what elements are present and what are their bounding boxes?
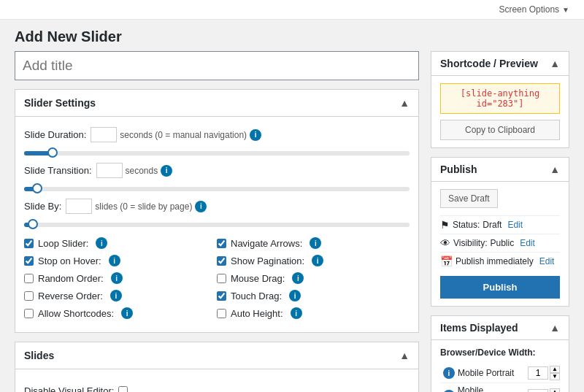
slides-panel: Slides ▲ Disable Visual Editor: SLIDE 1 …	[15, 342, 419, 392]
device-value-input-0[interactable]	[528, 366, 548, 380]
auto-height-checkbox[interactable]	[217, 309, 226, 318]
mouse-drag-info-icon[interactable]: i	[292, 272, 304, 284]
screen-options-button[interactable]: Screen Options	[499, 4, 569, 15]
publish-collapse-icon: ▲	[550, 164, 560, 175]
disable-visual-editor-label: Disable Visual Editor:	[24, 385, 114, 392]
visibility-edit-link[interactable]: Edit	[520, 238, 535, 248]
device-stepper-0: ▲ ▼	[528, 366, 560, 380]
publish-actions: Save Draft	[440, 189, 560, 208]
navigate-arrows-info-icon[interactable]: i	[310, 237, 321, 249]
publish-time-edit-link[interactable]: Edit	[539, 256, 555, 266]
slide-by-info-icon[interactable]: i	[195, 201, 207, 212]
mouse-drag-row: Mouse Drag: i	[217, 269, 410, 287]
loop-slider-checkbox[interactable]	[24, 239, 34, 248]
items-displayed-header[interactable]: Items Displayed ▲	[431, 316, 569, 340]
slider-settings-body: Slide Duration: 5 seconds (0 = manual na…	[15, 117, 418, 332]
slide-duration-thumb[interactable]	[47, 147, 58, 158]
slide-by-input[interactable]: 1	[66, 199, 92, 214]
slide-by-thumb[interactable]	[28, 219, 38, 229]
slide-transition-label: Slide Transition:	[24, 165, 92, 176]
flag-icon: ⚑	[440, 219, 450, 231]
slide-duration-input[interactable]: 5	[91, 127, 117, 142]
slides-panel-body: Disable Visual Editor: SLIDE 1 #_slide01…	[15, 369, 418, 392]
reverse-order-info-icon[interactable]: i	[110, 290, 122, 301]
navigate-arrows-checkbox[interactable]	[217, 239, 226, 248]
touch-drag-row: Touch Drag: i	[217, 287, 410, 304]
slide-duration-hint: seconds (0 = manual navigation)	[120, 130, 247, 140]
device-info-0: i Mobile Portrait	[440, 367, 514, 379]
status-label: Status:	[453, 220, 480, 230]
device-name-1: Mobile Landscape	[458, 385, 528, 392]
mouse-drag-checkbox[interactable]	[217, 274, 226, 283]
publish-panel: Publish ▲ Save Draft ⚑ Status: Draft Edi…	[431, 157, 569, 307]
loop-slider-info-icon[interactable]: i	[96, 237, 107, 249]
checkboxes-grid: Loop Slider: i Stop on Hover: i Random O…	[24, 234, 410, 322]
stepper-btns-1: ▲ ▼	[550, 388, 560, 392]
slider-settings-header[interactable]: Slider Settings ▲	[15, 90, 418, 117]
items-displayed-panel: Items Displayed ▲ Browser/Device Width: …	[431, 315, 569, 392]
slide-transition-track	[24, 187, 410, 191]
slider-settings-panel: Slider Settings ▲ Slide Duration: 5 seco…	[15, 89, 419, 333]
post-title-input[interactable]	[15, 51, 419, 80]
slide-by-track	[24, 223, 410, 227]
show-pagination-info-icon[interactable]: i	[312, 255, 323, 266]
slide-by-hint: slides (0 = slide by page)	[95, 201, 192, 212]
stepper-btns-0: ▲ ▼	[550, 366, 560, 380]
auto-height-row: Auto Height: i	[217, 304, 410, 322]
stepper-up-0[interactable]: ▲	[550, 366, 560, 373]
device-row: i Mobile Landscape ▲ ▼	[440, 383, 560, 392]
slide-transition-info-icon[interactable]: i	[161, 165, 172, 177]
shortcode-panel-title: Shortcode / Preview	[440, 58, 538, 69]
publish-panel-header[interactable]: Publish ▲	[431, 158, 569, 182]
stop-on-hover-checkbox[interactable]	[24, 256, 34, 266]
slide-transition-thumb[interactable]	[32, 183, 42, 193]
slide-duration-track	[24, 151, 410, 155]
device-info-1: i Mobile Landscape	[440, 385, 528, 392]
stepper-up-1[interactable]: ▲	[550, 388, 560, 392]
items-displayed-body: Browser/Device Width: i Mobile Portrait …	[431, 340, 569, 392]
allow-shortcodes-info-icon[interactable]: i	[121, 307, 133, 319]
shortcode-panel-header[interactable]: Shortcode / Preview ▲	[431, 52, 569, 76]
disable-visual-editor-row: Disable Visual Editor:	[24, 380, 410, 392]
reverse-order-checkbox[interactable]	[24, 291, 34, 301]
disable-visual-editor-checkbox[interactable]	[118, 386, 128, 392]
publish-button[interactable]: Publish	[440, 276, 560, 299]
status-edit-link[interactable]: Edit	[507, 220, 523, 230]
slide-transition-row: Slide Transition: 0.2 seconds i	[24, 163, 410, 178]
loop-slider-label: Loop Slider:	[38, 238, 88, 249]
slide-by-row: Slide By: 1 slides (0 = slide by page) i	[24, 199, 410, 214]
auto-height-info-icon[interactable]: i	[291, 307, 302, 319]
slide-transition-input[interactable]: 0.2	[96, 163, 123, 178]
touch-drag-checkbox[interactable]	[217, 291, 226, 301]
browser-device-label: Browser/Device Width:	[440, 347, 560, 358]
slide-duration-info-icon[interactable]: i	[250, 129, 261, 141]
random-order-row: Random Order: i	[24, 269, 217, 287]
reverse-order-row: Reverse Order: i	[24, 287, 217, 304]
stop-on-hover-label: Stop on Hover:	[38, 255, 101, 266]
shortcode-panel-body: [slide-anything id="283"] Copy to Clipbo…	[431, 76, 569, 147]
eye-icon: 👁	[440, 237, 450, 249]
top-bar: Screen Options	[0, 0, 584, 20]
slide-transition-hint: seconds	[126, 166, 158, 176]
random-order-info-icon[interactable]: i	[111, 272, 123, 284]
stepper-down-0[interactable]: ▼	[550, 373, 560, 380]
slides-panel-header[interactable]: Slides ▲	[15, 342, 418, 369]
shortcode-panel: Shortcode / Preview ▲ [slide-anything id…	[431, 51, 569, 148]
slides-collapse-arrow-icon: ▲	[399, 350, 410, 361]
random-order-checkbox[interactable]	[24, 274, 34, 283]
allow-shortcodes-checkbox[interactable]	[24, 309, 34, 318]
reverse-order-label: Reverse Order:	[38, 291, 103, 301]
stop-on-hover-info-icon[interactable]: i	[109, 255, 120, 266]
touch-drag-label: Touch Drag:	[231, 291, 282, 301]
visibility-label: Visibility:	[453, 238, 487, 248]
save-draft-button[interactable]: Save Draft	[440, 189, 498, 208]
device-info-icon-0: i	[443, 367, 455, 379]
loop-slider-row: Loop Slider: i	[24, 234, 217, 252]
publish-time-row: 📅 Publish immediately Edit	[440, 252, 560, 270]
touch-drag-info-icon[interactable]: i	[289, 290, 301, 301]
device-value-input-1[interactable]	[528, 389, 548, 392]
show-pagination-row: Show Pagination: i	[217, 252, 410, 269]
show-pagination-checkbox[interactable]	[217, 256, 226, 266]
copy-to-clipboard-button[interactable]: Copy to Clipboard	[440, 120, 560, 140]
slides-panel-title: Slides	[24, 350, 54, 361]
